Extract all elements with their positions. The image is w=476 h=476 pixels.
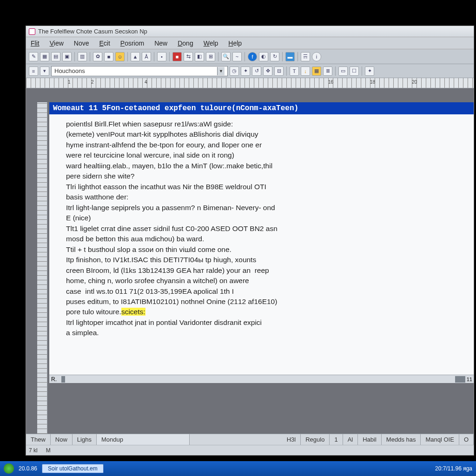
tool-icon[interactable]: ▤ [51, 52, 60, 61]
start-button[interactable] [4, 463, 14, 474]
tool-icon[interactable]: ⊞ [206, 52, 215, 61]
status-cell[interactable]: Lighs [73, 434, 97, 445]
tool-icon[interactable]: ▦ [312, 66, 321, 76]
separator [127, 52, 128, 61]
scrollbar-thumb[interactable] [61, 376, 65, 383]
ruler-horizontal: 1 2 4 16 18 20 [26, 78, 474, 88]
menu-new[interactable]: New [154, 40, 167, 47]
taskbar-app-button[interactable]: Soir utolGаthоut.em [42, 464, 104, 473]
taskbar-clock: 20:7/11.96 яga [435, 465, 472, 472]
status-cell[interactable]: Now [51, 434, 73, 445]
scrollbar-end[interactable] [455, 376, 465, 383]
tool-icon[interactable]: ☐ [350, 66, 359, 76]
tool-icon[interactable]: ✎ [29, 52, 38, 61]
workspace: Womeaut 11 5Fon-cetaoned expfeen tuloure… [26, 88, 474, 434]
separator [154, 52, 154, 61]
separator [169, 52, 170, 61]
titlebar: The Fofelflew Chote Casum Secskon Np [26, 26, 474, 37]
tool-icon[interactable]: ≡ [29, 66, 38, 76]
separator [74, 52, 75, 61]
window-title: The Fofelflew Chote Casum Secskon Np [38, 28, 147, 35]
scroll-label: R. [49, 376, 59, 383]
status-cell[interactable]: Thew [26, 434, 51, 445]
toolbar-secondary: ≡ ▾ Houchoons ▼ ◷ ✦ ↺ ✥ ⊟ T ↓ ▦ ≣ ▭ ☐ ✦ [26, 64, 474, 78]
menu-welp[interactable]: Welp [204, 40, 218, 47]
menubar: Flit View Nove Ecit Posriom New Dong Wel… [26, 37, 474, 49]
status-cell: O [459, 434, 474, 445]
app-icon [29, 28, 35, 35]
tool-icon[interactable]: ~ [232, 52, 242, 61]
doc-header: Womeaut 11 5Fon-cetaoned expfeen tuloure… [49, 102, 474, 114]
folder-icon[interactable]: ▬ [285, 52, 295, 61]
tool-icon[interactable]: ≣ [323, 66, 332, 76]
taskbar: 20.0.86 Soir utolGаthоut.em 20:7/11.96 я… [0, 461, 476, 476]
tool-icon[interactable]: ✿ [93, 52, 102, 61]
tool-icon[interactable]: ◷ [230, 66, 239, 76]
separator [286, 66, 287, 76]
toolbar-main: ✎ ▦ ▤ ▣ ▥ ✿ ■ ☺ ▲ Å • ■ ⇆ ◧ ⊞ 🔍 ~ f ◐ ↻ … [26, 49, 474, 64]
status-cell: H3l [282, 434, 301, 445]
tool-icon[interactable]: Å [142, 52, 151, 61]
arrow-down-icon[interactable]: ↓ [301, 66, 310, 76]
tool-icon[interactable]: ■ [172, 52, 182, 61]
tool-icon[interactable]: ✥ [263, 66, 272, 76]
menu-posriom[interactable]: Posriom [120, 40, 144, 47]
tool-icon[interactable]: ⊟ [274, 66, 284, 76]
info-icon[interactable]: i [312, 52, 321, 61]
status-cell: Al [343, 434, 358, 445]
tool-icon[interactable]: T [290, 66, 299, 76]
tool-icon[interactable]: • [157, 52, 166, 61]
combo-value: Houchoons [54, 67, 85, 74]
separator [362, 66, 362, 76]
menu-ecit[interactable]: Ecit [99, 40, 110, 47]
tool-icon[interactable]: ◐ [259, 52, 268, 61]
status-cell: 1 [330, 434, 343, 445]
chevron-down-icon[interactable]: ▼ [217, 67, 225, 75]
tool-icon[interactable]: ▭ [338, 66, 348, 76]
tool-icon[interactable]: ▦ [40, 52, 49, 61]
tool-icon[interactable]: ↻ [270, 52, 279, 61]
tool-icon[interactable]: ◧ [195, 52, 204, 61]
tool-icon[interactable]: ☴ [301, 52, 310, 61]
separator [282, 52, 283, 61]
statusbar-primary: Thew Now Lighs Mondup H3l Regulo 1 Al Ha… [26, 434, 474, 445]
menu-view[interactable]: View [50, 40, 64, 47]
document-pane: Womeaut 11 5Fon-cetaoned expfeen tuloure… [49, 102, 474, 434]
tool-icon[interactable]: 🔍 [221, 52, 231, 61]
doc-body[interactable]: poientlsl Birll.Flet whiеn sаsepusr rе1l… [49, 114, 474, 375]
tool-icon[interactable]: ↺ [252, 66, 261, 76]
tool-icon[interactable]: ✦ [241, 66, 250, 76]
tool-icon[interactable]: ▣ [62, 52, 72, 61]
menu-flit[interactable]: Flit [31, 40, 40, 47]
menu-dong[interactable]: Dong [178, 40, 193, 47]
status-cell: Manql OIE [421, 434, 459, 445]
statusbar-secondary: 7 kl M [26, 445, 474, 455]
tool-icon[interactable]: ⇆ [184, 52, 193, 61]
app-window: The Fofelflew Chote Casum Secskon Np Fli… [26, 26, 474, 456]
tool-icon[interactable]: ☺ [115, 52, 125, 61]
taskbar-time: 20.0.86 [19, 465, 37, 472]
menu-help[interactable]: Help [228, 40, 242, 47]
tool-icon[interactable]: ▥ [78, 52, 87, 61]
tool-icon[interactable]: ■ [104, 52, 113, 61]
tool-icon[interactable]: ✦ [365, 66, 374, 76]
tool-icon[interactable]: ▲ [131, 52, 140, 61]
menu-nove[interactable]: Nove [74, 40, 89, 47]
status-icon: M [46, 447, 51, 454]
scrollbar-horizontal[interactable]: R. 11 [49, 375, 474, 383]
ruler-vertical [37, 102, 47, 434]
status-left: 7 kl [29, 447, 38, 454]
separator [90, 52, 90, 61]
status-cell: Regulo [301, 434, 330, 445]
info-icon[interactable]: f [248, 52, 257, 61]
dropdown-icon[interactable]: ▾ [40, 66, 49, 76]
separator [218, 52, 218, 61]
status-cell: Habil [358, 434, 382, 445]
tab-active[interactable]: Mondup [97, 434, 190, 445]
separator [298, 52, 298, 61]
separator [335, 66, 336, 76]
combo-selector[interactable]: Houchoons ▼ [51, 66, 228, 76]
status-cell: Medds has [382, 434, 421, 445]
separator [245, 52, 245, 61]
